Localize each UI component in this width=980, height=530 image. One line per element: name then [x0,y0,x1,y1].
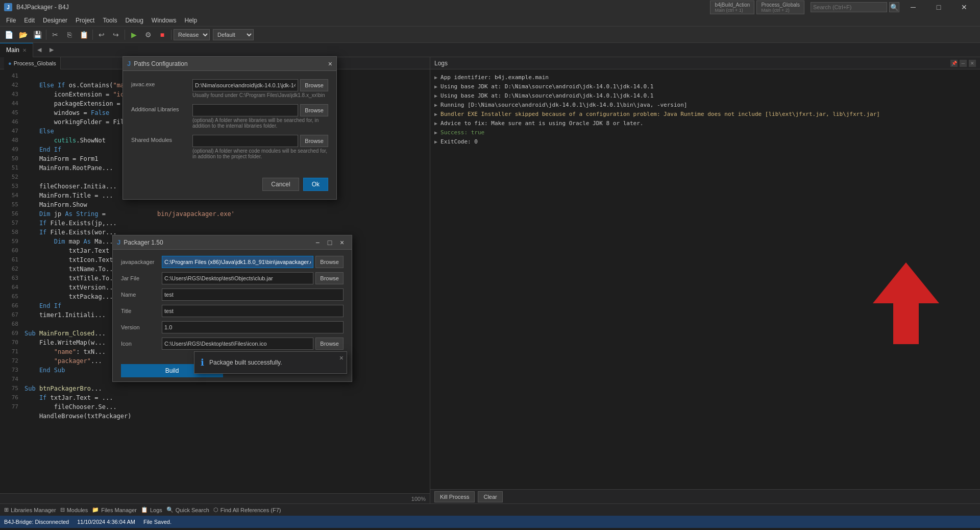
shared-modules-input[interactable] [192,135,298,147]
toolbar-cut[interactable]: ✂ [48,28,62,41]
toolbar-new[interactable]: 📄 [2,28,15,41]
toolbar-build-select[interactable]: Release [174,29,210,40]
javac-input[interactable] [192,79,298,91]
logs-icon: 📋 [141,507,148,513]
quick-search[interactable]: 🔍 Quick Search [166,507,209,513]
process-globals-tab-icon: ● [8,60,12,66]
minimize-button[interactable]: ─ [901,0,925,14]
find-all-references[interactable]: ⬡ Find All References (F7) [213,507,281,513]
version-input[interactable] [162,321,344,333]
paths-dialog-title: J Paths Configuration × [123,57,336,71]
logs-close[interactable]: ✕ [969,60,976,67]
logs-minimize[interactable]: ─ [960,60,967,67]
maximize-button[interactable]: □ [927,0,950,14]
icon-browse[interactable]: Browse [315,338,344,350]
shared-modules-label: Shared Modules [131,135,192,143]
logs-pin[interactable]: 📌 [950,60,958,67]
packager-close-btn[interactable]: × [336,237,348,248]
additional-libs-input[interactable] [192,104,298,116]
packager-minimize-btn[interactable]: − [312,237,323,248]
b4j-build-action-label[interactable]: b4jBuild_Action [715,2,750,8]
toolbar: 📄 📂 💾 ✂ ⎘ 📋 ↩ ↪ ▶ ⚙ ■ Release Default [0,27,980,43]
tab-main-close[interactable]: ✕ [22,47,27,53]
success-close-button[interactable]: × [339,354,344,362]
file-status: File Saved. [143,519,172,525]
menu-edit[interactable]: Edit [20,14,39,27]
libraries-icon: ⊞ [4,507,9,513]
modules[interactable]: ⊟ Modules [60,507,88,513]
toolbar-copy[interactable]: ⎘ [63,28,76,41]
toolbar-sep1 [46,30,46,40]
connection-status: B4J-Bridge: Disconnected [4,519,69,525]
log-icon-3: ▶ [434,92,437,100]
jar-file-browse[interactable]: Browse [315,272,344,284]
toolbar-sep3 [125,30,125,40]
packager-dialog-title: J Packager 1.50 − □ × [113,235,352,250]
title-input[interactable] [162,305,344,317]
paths-dialog-close[interactable]: × [328,60,332,68]
files-manager[interactable]: 📁 Files Manager [92,507,137,513]
process-globals-shortcut: Main (ctrl + 2) [761,8,800,13]
menu-windows[interactable]: Windows [148,14,181,27]
kill-process-button[interactable]: Kill Process [434,491,475,502]
quick-search-icon: 🔍 [166,507,174,513]
javac-hint: Usually found under C:\Program Files\Jav… [192,92,328,98]
additional-libs-label: Additional Libraries [131,104,192,112]
menu-file[interactable]: File [2,14,20,27]
logs-tab[interactable]: 📋 Logs [141,507,162,513]
menu-project[interactable]: Project [71,14,99,27]
log-entry-8: ▶ ExitCode: 0 [434,138,976,146]
log-entry-3: ▶ Using base JDK at: D:\Nima\source\andr… [434,92,976,100]
paths-ok-button[interactable]: Ok [303,178,328,191]
logs-controls: 📌 ─ ✕ [950,60,976,67]
toolbar-sep2 [92,30,93,40]
toolbar-redo[interactable]: ↪ [109,28,122,41]
modules-icon: ⊟ [60,507,65,513]
log-text-5: Bundler EXE Installer skipped because of… [440,110,880,118]
logs-header: Logs 📌 ─ ✕ [430,57,980,69]
toolbar-open[interactable]: 📂 [16,28,30,41]
menu-designer[interactable]: Designer [39,14,71,27]
toolbar-stop[interactable]: ■ [156,28,169,41]
javapackager-browse[interactable]: Browse [315,256,344,268]
toolbar-paste[interactable]: 📋 [77,28,90,41]
search-button[interactable]: 🔍 [889,2,899,12]
clear-button[interactable]: Clear [478,491,502,502]
javapackager-input[interactable] [162,256,313,268]
shared-modules-browse[interactable]: Browse [300,135,328,147]
icon-input[interactable] [162,338,313,350]
additional-libs-row: Additional Libraries Browse (optional) A… [131,104,328,129]
logs-footer: Kill Process Clear [430,489,980,503]
menu-debug[interactable]: Debug [121,14,147,27]
paths-config-dialog[interactable]: J Paths Configuration × javac.exe Browse… [122,56,337,200]
libraries-manager[interactable]: ⊞ Libraries Manager [4,507,56,513]
toolbar-save[interactable]: 💾 [31,28,44,41]
icon-field-label: Icon [121,341,162,347]
additional-libs-browse[interactable]: Browse [300,104,328,116]
editor-tab-process-globals[interactable]: ● Process_Globals [4,57,61,69]
logs-area: Logs 📌 ─ ✕ ▶ App identifier: b4j.example… [430,57,980,503]
paths-cancel-button[interactable]: Cancel [262,178,299,191]
toolbar-debug[interactable]: ⚙ [141,28,155,41]
packager-maximize-btn[interactable]: □ [324,237,335,248]
menu-tools[interactable]: Tools [99,14,121,27]
search-input[interactable] [811,2,887,12]
success-text: Package built successfully. [209,359,282,366]
title-bar: J B4JPackager - B4J b4jBuild_Action Main… [0,0,980,14]
tab-main[interactable]: Main ✕ [0,43,33,57]
toolbar-run[interactable]: ▶ [127,28,140,41]
name-input[interactable] [162,288,344,301]
log-icon-1: ▶ [434,74,437,82]
app-title: B4JPackager - B4J [16,4,69,11]
jar-file-row: Jar File Browse [121,272,344,284]
toolbar-undo[interactable]: ↩ [95,28,108,41]
close-button[interactable]: ✕ [952,0,976,14]
line-numbers: 4142434445 4647484950 5152535455 5657585… [0,69,20,493]
jar-file-input[interactable] [162,272,313,284]
javac-browse[interactable]: Browse [300,79,328,91]
scroll-left[interactable]: ◀ [33,43,45,57]
scroll-right[interactable]: ▶ [45,43,58,57]
menu-help[interactable]: Help [181,14,202,27]
toolbar-target-select[interactable]: Default [213,29,254,40]
process-globals-label[interactable]: Process_Globals [761,2,800,8]
